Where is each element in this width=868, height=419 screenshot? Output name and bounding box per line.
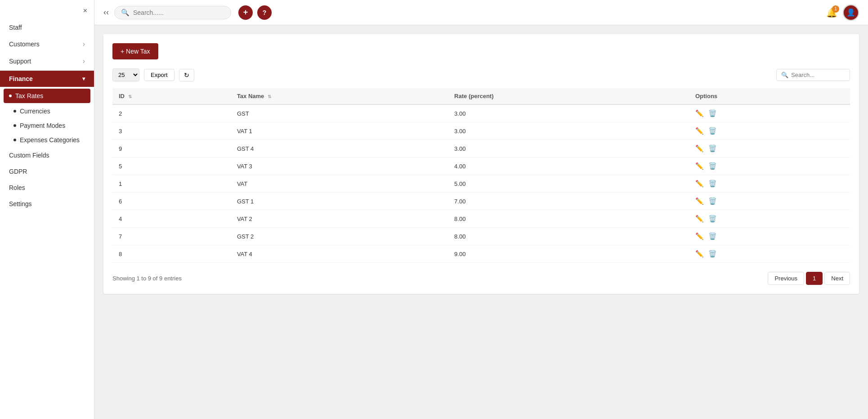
back-button[interactable]: ‹‹ xyxy=(103,8,109,17)
topbar-action-icons: + ? xyxy=(238,5,272,20)
table-body: 2 GST 3.00 ✏️ 🗑️ 3 VAT 1 3.00 ✏️ 🗑️ 9 GS… xyxy=(112,104,850,263)
delete-icon[interactable]: 🗑️ xyxy=(708,109,717,117)
delete-icon[interactable]: 🗑️ xyxy=(708,232,717,240)
cell-options: ✏️ 🗑️ xyxy=(689,140,850,158)
content-card: + New Tax 25 50 100 Export ↻ 🔍 xyxy=(103,34,859,294)
edit-icon[interactable]: ✏️ xyxy=(695,215,704,223)
topbar: ‹‹ 🔍 + ? 🔔 1 👤 xyxy=(94,0,868,25)
sidebar-close-button[interactable]: × xyxy=(0,5,94,19)
cell-options: ✏️ 🗑️ xyxy=(689,175,850,193)
next-button[interactable]: Next xyxy=(824,272,850,285)
tax-rates-table: ID ⇅ Tax Name ⇅ Rate (percent) Options 2… xyxy=(112,88,850,263)
cell-tax-name: GST 1 xyxy=(231,193,448,210)
edit-icon[interactable]: ✏️ xyxy=(695,250,704,258)
add-button[interactable]: + xyxy=(238,5,253,20)
sidebar-item-currencies[interactable]: Currencies xyxy=(0,104,94,118)
table-row: 1 VAT 5.00 ✏️ 🗑️ xyxy=(112,175,850,193)
showing-text: Showing 1 to 9 of 9 entries xyxy=(112,275,182,282)
cell-id: 9 xyxy=(112,140,231,158)
cell-options: ✏️ 🗑️ xyxy=(689,122,850,140)
cell-rate: 7.00 xyxy=(448,193,689,210)
col-rate[interactable]: Rate (percent) xyxy=(448,88,689,104)
table-row: 3 VAT 1 3.00 ✏️ 🗑️ xyxy=(112,122,850,140)
col-id[interactable]: ID ⇅ xyxy=(112,88,231,104)
sidebar-item-gdpr[interactable]: GDPR xyxy=(0,163,94,180)
sidebar-item-customers[interactable]: Customers xyxy=(0,36,94,53)
sidebar-item-expenses-categories-label: Expenses Categories xyxy=(20,136,80,144)
refresh-button[interactable]: ↻ xyxy=(179,69,194,81)
table-search-input[interactable] xyxy=(791,72,845,78)
cell-id: 8 xyxy=(112,245,231,263)
cell-options: ✏️ 🗑️ xyxy=(689,193,850,210)
delete-icon[interactable]: 🗑️ xyxy=(708,215,717,223)
action-icons: ✏️ 🗑️ xyxy=(695,162,844,170)
col-tax-name[interactable]: Tax Name ⇅ xyxy=(231,88,448,104)
cell-id: 6 xyxy=(112,193,231,210)
cell-tax-name: GST 4 xyxy=(231,140,448,158)
cell-id: 2 xyxy=(112,104,231,122)
sidebar-item-payment-modes[interactable]: Payment Modes xyxy=(0,118,94,133)
sidebar-item-roles[interactable]: Roles xyxy=(0,180,94,196)
cell-rate: 3.00 xyxy=(448,140,689,158)
action-icons: ✏️ 🗑️ xyxy=(695,250,844,258)
cell-id: 7 xyxy=(112,228,231,245)
cell-rate: 5.00 xyxy=(448,175,689,193)
sidebar-item-expenses-categories[interactable]: Expenses Categories xyxy=(0,133,94,147)
new-tax-button[interactable]: + New Tax xyxy=(112,43,158,59)
cell-options: ✏️ 🗑️ xyxy=(689,228,850,245)
sidebar-section-finance[interactable]: Finance ▾ xyxy=(0,71,94,87)
cell-options: ✏️ 🗑️ xyxy=(689,158,850,175)
cell-tax-name: VAT 1 xyxy=(231,122,448,140)
active-dot-icon xyxy=(9,95,12,97)
pagination-row: Showing 1 to 9 of 9 entries Previous 1 N… xyxy=(112,272,850,285)
cell-id: 1 xyxy=(112,175,231,193)
dot-icon xyxy=(13,110,16,113)
page-1-button[interactable]: 1 xyxy=(806,272,823,285)
sidebar-item-custom-fields[interactable]: Custom Fields xyxy=(0,147,94,163)
global-search-box[interactable]: 🔍 xyxy=(114,6,231,19)
sidebar-item-settings[interactable]: Settings xyxy=(0,196,94,212)
delete-icon[interactable]: 🗑️ xyxy=(708,162,717,170)
cell-options: ✏️ 🗑️ xyxy=(689,210,850,228)
notification-bell[interactable]: 🔔 1 xyxy=(826,7,837,18)
delete-icon[interactable]: 🗑️ xyxy=(708,127,717,135)
cell-rate: 3.00 xyxy=(448,104,689,122)
action-icons: ✏️ 🗑️ xyxy=(695,232,844,240)
delete-icon[interactable]: 🗑️ xyxy=(708,144,717,153)
cell-rate: 8.00 xyxy=(448,210,689,228)
cell-tax-name: VAT 4 xyxy=(231,245,448,263)
edit-icon[interactable]: ✏️ xyxy=(695,144,704,153)
global-search-input[interactable] xyxy=(133,9,214,16)
delete-icon[interactable]: 🗑️ xyxy=(708,250,717,258)
action-icons: ✏️ 🗑️ xyxy=(695,215,844,223)
cell-id: 3 xyxy=(112,122,231,140)
edit-icon[interactable]: ✏️ xyxy=(695,127,704,135)
sidebar-item-staff[interactable]: Staff xyxy=(0,19,94,36)
edit-icon[interactable]: ✏️ xyxy=(695,162,704,170)
sidebar-item-tax-rates-label: Tax Rates xyxy=(15,92,43,99)
per-page-select[interactable]: 25 50 100 xyxy=(112,68,139,81)
table-row: 6 GST 1 7.00 ✏️ 🗑️ xyxy=(112,193,850,210)
table-search-box[interactable]: 🔍 xyxy=(776,69,850,81)
edit-icon[interactable]: ✏️ xyxy=(695,180,704,188)
previous-button[interactable]: Previous xyxy=(768,272,804,285)
main-content: + New Tax 25 50 100 Export ↻ 🔍 xyxy=(94,25,868,419)
cell-tax-name: VAT 3 xyxy=(231,158,448,175)
edit-icon[interactable]: ✏️ xyxy=(695,232,704,240)
topbar-right: 🔔 1 👤 xyxy=(826,5,859,21)
cell-rate: 3.00 xyxy=(448,122,689,140)
cell-rate: 4.00 xyxy=(448,158,689,175)
col-options: Options xyxy=(689,88,850,104)
help-button[interactable]: ? xyxy=(257,5,272,20)
edit-icon[interactable]: ✏️ xyxy=(695,197,704,205)
delete-icon[interactable]: 🗑️ xyxy=(708,180,717,188)
table-row: 2 GST 3.00 ✏️ 🗑️ xyxy=(112,104,850,122)
action-icons: ✏️ 🗑️ xyxy=(695,180,844,188)
action-icons: ✏️ 🗑️ xyxy=(695,127,844,135)
avatar[interactable]: 👤 xyxy=(843,5,859,21)
sidebar-item-support[interactable]: Support xyxy=(0,53,94,70)
sidebar-item-tax-rates[interactable]: Tax Rates xyxy=(4,89,90,103)
edit-icon[interactable]: ✏️ xyxy=(695,109,704,117)
export-button[interactable]: Export xyxy=(144,69,174,81)
delete-icon[interactable]: 🗑️ xyxy=(708,197,717,205)
